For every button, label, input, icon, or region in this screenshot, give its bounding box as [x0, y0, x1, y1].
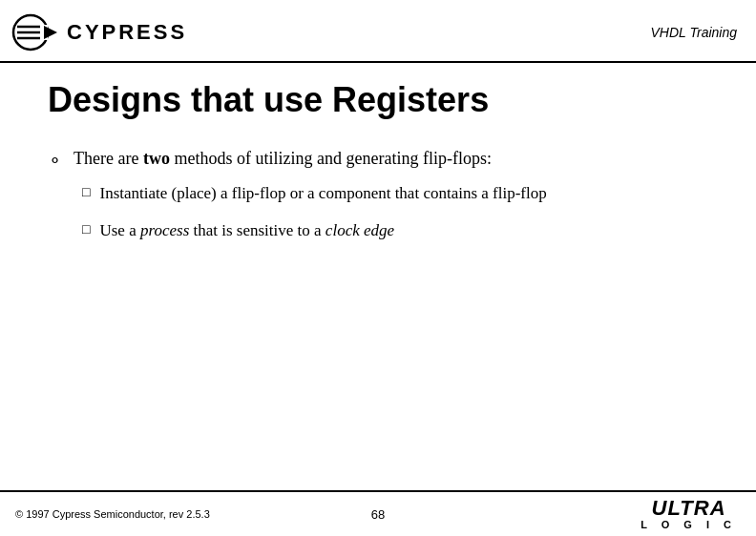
bullet-item-2: □ Instantiate (place) a flip-flop or a c… — [82, 182, 708, 206]
header: CYPRESS VHDL Training — [0, 0, 756, 63]
footer: © 1997 Cypress Semiconductor, rev 2.5.3 … — [0, 490, 756, 536]
footer-page-number: 68 — [371, 507, 385, 522]
logo-text: CYPRESS — [67, 20, 187, 45]
bullet-l1-text: There are two methods of utilizing and g… — [74, 147, 492, 171]
bullet-l2-text-1: Instantiate (place) a flip-flop or a com… — [99, 182, 546, 206]
bullet-l2-icon-2: □ — [82, 222, 90, 237]
bullet-item-3: □ Use a process that is sensitive to a c… — [82, 219, 708, 243]
slide: CYPRESS VHDL Training Designs that use R… — [0, 0, 756, 536]
bullet-item-1: ⚬ There are two methods of utilizing and… — [48, 147, 708, 171]
ultra-text: ULTRA — [652, 498, 726, 519]
header-title: VHDL Training — [650, 25, 737, 40]
footer-copyright: © 1997 Cypress Semiconductor, rev 2.5.3 — [15, 508, 210, 520]
main-content: Designs that use Registers ⚬ There are t… — [0, 63, 756, 242]
bullet-l2-text-2: Use a process that is sensitive to a clo… — [99, 219, 394, 243]
logo-area: CYPRESS — [11, 8, 187, 57]
slide-title: Designs that use Registers — [48, 80, 708, 120]
sub-bullets: □ Instantiate (place) a flip-flop or a c… — [82, 182, 708, 242]
svg-marker-6 — [44, 26, 57, 39]
bullet-l2-icon-1: □ — [82, 185, 90, 200]
ultra-logic-logo: ULTRA L o g i c — [640, 498, 737, 530]
logic-text: L o g i c — [640, 519, 737, 530]
cypress-logo-icon — [11, 8, 61, 57]
bullet-l1-icon: ⚬ — [48, 150, 62, 171]
